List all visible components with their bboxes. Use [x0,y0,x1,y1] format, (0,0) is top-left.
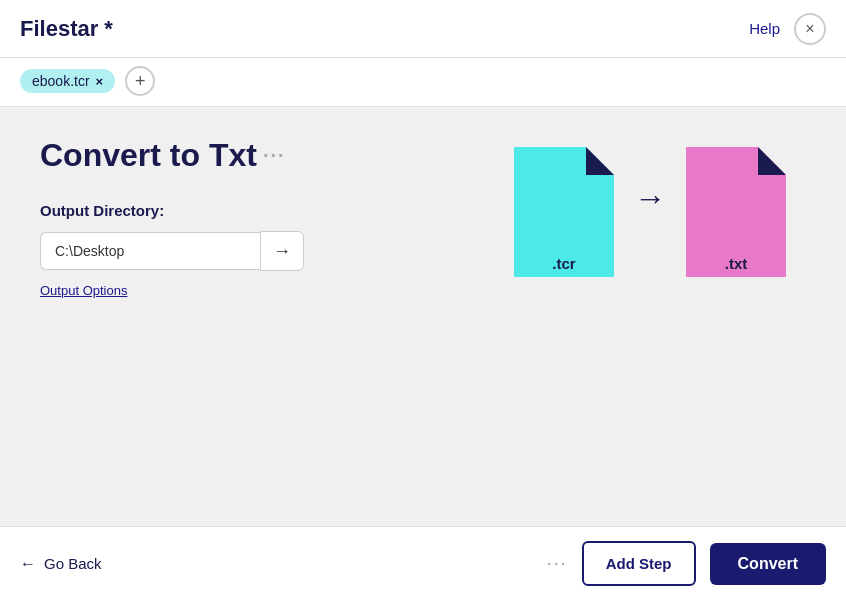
tabs-bar: ebook.tcr × + [0,58,846,107]
bottom-bar: ← Go Back ··· Add Step Convert [0,526,846,600]
back-arrow-icon: ← [20,555,36,573]
page-title-text: Convert to Txt [40,137,257,174]
output-browse-button[interactable]: → [260,231,304,271]
go-back-label: Go Back [44,555,102,572]
close-button[interactable]: × [794,13,826,45]
file-tab[interactable]: ebook.tcr × [20,69,115,93]
target-file: .txt [686,147,786,272]
add-tab-button[interactable]: + [125,66,155,96]
file-tab-label: ebook.tcr [32,73,90,89]
svg-marker-3 [758,147,786,175]
conversion-graphic: .tcr → .txt [514,147,786,272]
title-dots: ··· [263,144,286,167]
top-bar-right: Help × [749,13,826,45]
main-content: Convert to Txt ··· Output Directory: → O… [0,107,846,526]
conversion-arrow: → [634,180,666,217]
more-options-icon[interactable]: ··· [547,553,568,574]
source-file: .tcr [514,147,614,272]
bottom-right: ··· Add Step Convert [547,541,826,586]
app-title: Filestar * [20,16,113,42]
convert-button[interactable]: Convert [710,543,826,585]
target-file-label: .txt [725,255,748,272]
output-options-link[interactable]: Output Options [40,283,127,298]
go-back-button[interactable]: ← Go Back [20,555,102,573]
svg-marker-1 [586,147,614,175]
help-link[interactable]: Help [749,20,780,37]
source-file-label: .tcr [552,255,575,272]
tab-close-icon[interactable]: × [96,74,104,89]
top-bar: Filestar * Help × [0,0,846,58]
add-step-button[interactable]: Add Step [582,541,696,586]
output-directory-input[interactable] [40,232,260,270]
